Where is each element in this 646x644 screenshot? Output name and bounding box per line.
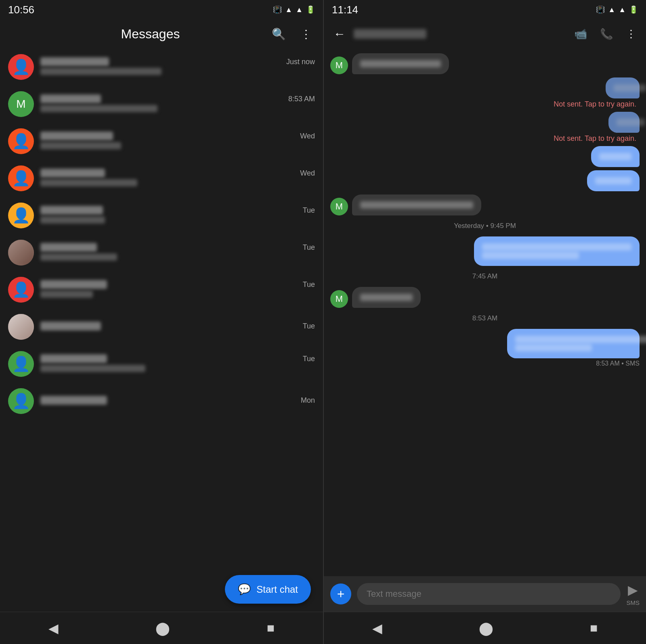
message-text: [360, 60, 441, 67]
battery-icon: 🔋: [306, 5, 315, 14]
send-button[interactable]: ▶: [628, 582, 638, 598]
list-item[interactable]: Tue: [0, 308, 323, 345]
recents-button-right[interactable]: ■: [577, 616, 610, 640]
conv-name-row: Tue: [40, 354, 315, 363]
list-item[interactable]: 👤 Wed: [0, 123, 323, 160]
contact-name: [40, 94, 101, 103]
message-bubble[interactable]: [474, 236, 640, 266]
chat-input-bar: + ▶ SMS: [324, 576, 646, 612]
messages-header: Messages 🔍 ⋮: [0, 19, 323, 48]
conv-name-row: Just now: [40, 57, 315, 66]
contact-name: [40, 206, 103, 215]
not-sent-label-2[interactable]: Not sent. Tap to try again.: [554, 134, 636, 143]
contact-name: [40, 396, 107, 405]
message-text: [595, 177, 631, 184]
header-icons: 🔍 ⋮: [268, 24, 315, 44]
sent-error-group-2: Not sent. Tap to try again.: [330, 112, 640, 143]
contact-name: [40, 243, 97, 252]
timestamp: 8:53 AM: [330, 314, 640, 322]
conv-preview: [40, 68, 162, 75]
start-chat-button[interactable]: 💬 Start chat: [225, 575, 311, 604]
avatar: [8, 240, 34, 266]
conv-name-row: Tue: [40, 322, 315, 330]
home-button-left[interactable]: ⬤: [143, 616, 183, 641]
conv-content: Mon: [40, 396, 315, 406]
avatar: [8, 314, 34, 340]
conv-time: Mon: [301, 396, 315, 405]
message-bubble[interactable]: [352, 53, 449, 74]
list-item[interactable]: Tue: [0, 234, 323, 271]
message-row: [330, 146, 640, 167]
conv-content: Just now: [40, 57, 315, 77]
conv-name-row: Tue: [40, 206, 315, 215]
status-icons-left: 📳 ▲ ▲ 🔋: [273, 5, 315, 14]
avatar: 👤: [8, 128, 34, 154]
conv-content: Tue: [40, 354, 315, 374]
message-bubble[interactable]: [606, 77, 640, 98]
message-text: [515, 336, 646, 343]
list-item[interactable]: 👤 Just now: [0, 48, 323, 86]
message-text: [360, 201, 473, 209]
message-bubble[interactable]: [352, 194, 481, 215]
message-bubble[interactable]: [608, 112, 640, 133]
message-avatar: M: [330, 290, 348, 308]
conv-time: Tue: [303, 243, 315, 252]
timestamp: Yesterday • 9:45 PM: [330, 222, 640, 230]
not-sent-label[interactable]: Not sent. Tap to try again.: [554, 100, 636, 109]
avatar: M: [8, 91, 34, 117]
person-icon: 👤: [12, 170, 30, 187]
recents-button-left[interactable]: ■: [254, 616, 287, 640]
message-row: [330, 170, 640, 191]
message-row: [474, 329, 640, 358]
list-item[interactable]: 👤 Tue: [0, 197, 323, 234]
status-time-left: 10:56: [8, 4, 34, 16]
person-icon: 👤: [12, 133, 30, 150]
person-icon: 👤: [12, 59, 30, 75]
message-avatar: M: [330, 198, 348, 215]
message-row: [595, 112, 640, 133]
conv-content: Tue: [40, 243, 315, 262]
message-text: [515, 344, 592, 351]
message-input[interactable]: [357, 583, 621, 605]
conv-content: Tue: [40, 322, 315, 332]
battery-icon-right: 🔋: [629, 5, 638, 14]
more-options-button[interactable]: ⋮: [297, 24, 315, 44]
conv-preview: [40, 365, 145, 372]
voice-call-button[interactable]: 📞: [597, 25, 616, 44]
conv-content: 8:53 AM: [40, 94, 315, 114]
conv-preview: [40, 142, 121, 149]
sent-sms-group: 8:53 AM • SMS: [330, 329, 640, 367]
wifi-icon-right: ▲: [608, 6, 615, 14]
conv-time: 8:53 AM: [288, 95, 315, 103]
avatar: 👤: [8, 203, 34, 228]
message-bubble[interactable]: [507, 329, 640, 358]
contact-name: [40, 57, 109, 66]
conv-time: Tue: [303, 322, 315, 330]
message-bubble[interactable]: [587, 170, 640, 191]
list-item[interactable]: 👤 Tue: [0, 271, 323, 308]
add-attachment-button[interactable]: +: [330, 583, 351, 604]
back-arrow-button[interactable]: ←: [330, 24, 349, 44]
conversation-list: 👤 Just now M 8:53 AM: [0, 48, 323, 612]
list-item[interactable]: M 8:53 AM: [0, 86, 323, 123]
conv-preview: [40, 179, 137, 186]
back-button-right[interactable]: ◀: [359, 616, 395, 641]
list-item[interactable]: 👤 Mon: [0, 383, 323, 420]
list-item[interactable]: 👤 Tue: [0, 345, 323, 383]
home-button-right[interactable]: ⬤: [466, 616, 506, 641]
message-text: [482, 252, 579, 259]
conv-name-row: Tue: [40, 280, 315, 289]
search-button[interactable]: 🔍: [268, 24, 289, 44]
message-bubble[interactable]: [352, 287, 421, 308]
back-button-left[interactable]: ◀: [36, 616, 71, 641]
contact-name-blurred: [354, 29, 426, 39]
list-item[interactable]: 👤 Wed: [0, 160, 323, 197]
contact-name: [40, 280, 107, 289]
conv-content: Tue: [40, 206, 315, 225]
video-call-button[interactable]: 📹: [571, 25, 590, 44]
conv-time: Tue: [303, 206, 315, 215]
more-options-chat-button[interactable]: ⋮: [623, 25, 640, 44]
message-bubble[interactable]: [591, 146, 640, 167]
chat-header-info: [354, 29, 566, 39]
wifi-icon: ▲: [285, 6, 292, 14]
